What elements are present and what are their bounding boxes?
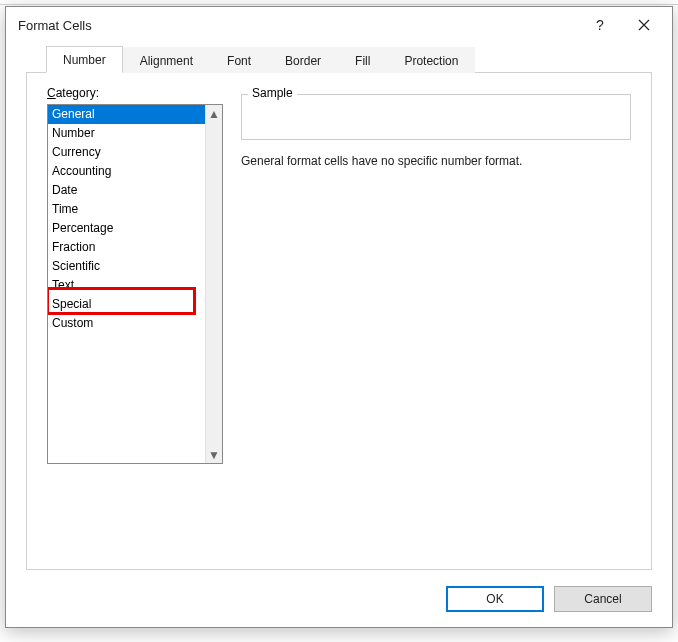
tab-border[interactable]: Border — [268, 47, 338, 73]
category-item-text[interactable]: Text — [48, 276, 205, 295]
listbox-scrollbar[interactable]: ▲ ▼ — [205, 105, 222, 463]
scroll-track[interactable] — [206, 122, 222, 446]
dialog-button-row: OK Cancel — [6, 571, 672, 627]
category-item-custom[interactable]: Custom — [48, 314, 205, 333]
cancel-button[interactable]: Cancel — [554, 586, 652, 612]
ok-button[interactable]: OK — [446, 586, 544, 612]
sample-group: Sample — [241, 94, 631, 140]
chevron-up-icon: ▲ — [208, 107, 220, 121]
close-button[interactable] — [622, 10, 666, 40]
help-icon: ? — [596, 17, 604, 33]
tab-alignment[interactable]: Alignment — [123, 47, 210, 73]
format-description: General format cells have no specific nu… — [241, 154, 631, 168]
category-item-fraction[interactable]: Fraction — [48, 238, 205, 257]
category-item-special[interactable]: Special — [48, 295, 205, 314]
ok-button-label: OK — [486, 592, 503, 606]
tab-number[interactable]: Number — [46, 46, 123, 73]
category-item-currency[interactable]: Currency — [48, 143, 205, 162]
tab-label: Alignment — [140, 54, 193, 68]
titlebar: Format Cells ? — [6, 7, 672, 43]
close-icon — [638, 19, 650, 31]
tab-fill[interactable]: Fill — [338, 47, 387, 73]
chevron-down-icon: ▼ — [208, 448, 220, 462]
category-item-scientific[interactable]: Scientific — [48, 257, 205, 276]
tab-label: Border — [285, 54, 321, 68]
tab-body: Category: GeneralNumberCurrencyAccountin… — [26, 72, 652, 570]
dialog-title: Format Cells — [18, 18, 578, 33]
tab-font[interactable]: Font — [210, 47, 268, 73]
details-column: Sample General format cells have no spec… — [241, 86, 631, 559]
tab-label: Fill — [355, 54, 370, 68]
category-list-items: GeneralNumberCurrencyAccountingDateTimeP… — [48, 105, 205, 463]
category-label: Category: — [47, 86, 223, 100]
category-listbox[interactable]: GeneralNumberCurrencyAccountingDateTimeP… — [47, 104, 223, 464]
tab-protection[interactable]: Protection — [387, 47, 475, 73]
tab-strip: NumberAlignmentFontBorderFillProtection — [26, 43, 652, 73]
tab-label: Number — [63, 53, 106, 67]
category-item-general[interactable]: General — [48, 105, 205, 124]
cancel-button-label: Cancel — [584, 592, 621, 606]
tab-label: Font — [227, 54, 251, 68]
category-item-date[interactable]: Date — [48, 181, 205, 200]
scroll-up-button[interactable]: ▲ — [206, 105, 222, 122]
format-cells-dialog: Format Cells ? NumberAlignmentFontBorder… — [5, 6, 673, 628]
sample-legend: Sample — [248, 86, 297, 100]
category-column: Category: GeneralNumberCurrencyAccountin… — [47, 86, 223, 559]
help-button[interactable]: ? — [578, 10, 622, 40]
tab-label: Protection — [404, 54, 458, 68]
category-item-percentage[interactable]: Percentage — [48, 219, 205, 238]
scroll-down-button[interactable]: ▼ — [206, 446, 222, 463]
category-item-time[interactable]: Time — [48, 200, 205, 219]
category-item-accounting[interactable]: Accounting — [48, 162, 205, 181]
category-item-number[interactable]: Number — [48, 124, 205, 143]
